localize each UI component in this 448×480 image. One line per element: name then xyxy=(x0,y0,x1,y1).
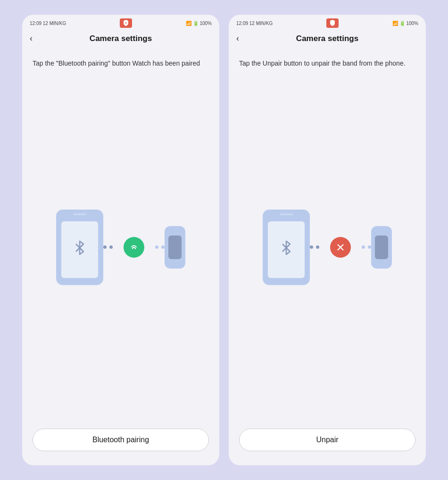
bluetooth-pairing-button[interactable]: Bluetooth pairing xyxy=(33,429,209,451)
left-status-bar: 12:09 12 MIN/KG ✕ 📶 🔋 100% xyxy=(22,15,219,30)
left-phone-screen-inner xyxy=(61,221,98,278)
right-dot-3 xyxy=(362,245,365,249)
left-connection-area xyxy=(103,245,165,249)
left-dot-4 xyxy=(161,245,165,249)
left-device-scene xyxy=(56,210,185,285)
right-dot-2 xyxy=(316,245,319,249)
right-bluetooth-icon xyxy=(279,239,294,260)
shazam-icon xyxy=(129,242,139,253)
left-bluetooth-icon xyxy=(72,239,87,260)
left-description: Tap the "Bluetooth pairing" button Watch… xyxy=(22,49,219,73)
left-screen-title: Camera settings xyxy=(90,34,152,43)
left-back-button[interactable]: ‹ xyxy=(30,34,44,43)
right-description: Tap the Unpair button to unpair the band… xyxy=(229,49,426,73)
right-dot-1 xyxy=(310,245,313,249)
right-device-scene xyxy=(263,210,392,285)
right-connection-area xyxy=(310,245,371,249)
left-band-device xyxy=(165,226,185,269)
screens-wrapper: 12:09 12 MIN/KG ✕ 📶 🔋 100% ‹ Camera sett… xyxy=(12,15,436,465)
right-back-button[interactable]: ‹ xyxy=(236,34,250,43)
left-status-left: 12:09 12 MIN/KG xyxy=(30,21,66,26)
left-screen: 12:09 12 MIN/KG ✕ 📶 🔋 100% ‹ Camera sett… xyxy=(22,15,219,465)
unpair-icon xyxy=(335,242,346,253)
left-dot-3 xyxy=(155,245,158,249)
right-phone-device xyxy=(263,210,310,285)
shield-icon: ✕ xyxy=(123,19,129,26)
right-center-icon xyxy=(330,237,351,258)
right-nav-bar: ‹ Camera settings xyxy=(229,30,426,49)
right-status-left: 12:09 12 MIN/KG xyxy=(236,21,273,26)
unpair-button[interactable]: Unpair xyxy=(239,429,415,451)
right-dot-4 xyxy=(368,245,371,249)
right-phone-screen-inner xyxy=(268,221,305,278)
right-illustration xyxy=(229,73,426,421)
right-screen: 12:09 12 MIN/KG 📶 🔋 100% ‹ Camera settin… xyxy=(229,15,426,465)
left-dot-1 xyxy=(103,245,107,249)
right-status-right: 📶 🔋 100% xyxy=(392,21,418,26)
left-status-right: 📶 🔋 100% xyxy=(186,21,212,26)
right-band-device xyxy=(371,226,392,269)
right-band-screen xyxy=(375,236,388,259)
right-status-bar: 12:09 12 MIN/KG 📶 🔋 100% xyxy=(229,15,426,30)
left-bottom-action: Bluetooth pairing xyxy=(22,421,219,465)
left-dot-2 xyxy=(109,245,113,249)
left-illustration xyxy=(22,73,219,421)
left-nav-bar: ‹ Camera settings xyxy=(22,30,219,49)
left-status-center-icon: ✕ xyxy=(120,18,132,28)
right-status-center-icon xyxy=(326,18,339,28)
right-screen-title: Camera settings xyxy=(296,34,358,43)
left-band-screen xyxy=(168,236,182,259)
left-phone-device xyxy=(56,210,103,285)
svg-text:✕: ✕ xyxy=(124,21,127,25)
right-bottom-action: Unpair xyxy=(229,421,426,465)
right-shield-icon xyxy=(329,19,336,26)
left-center-icon xyxy=(124,237,144,258)
